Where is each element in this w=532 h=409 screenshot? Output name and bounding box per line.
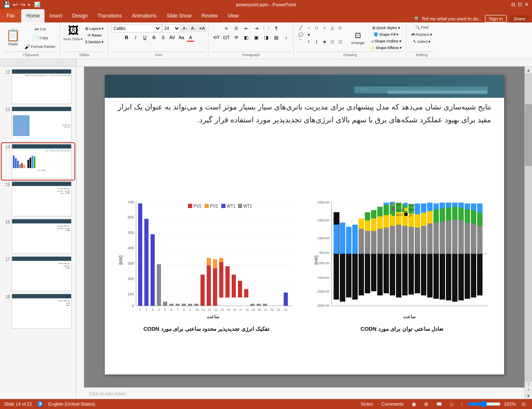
char-spacing-button[interactable]: AV (168, 33, 176, 42)
shape-line-icon[interactable]: ╱ (297, 24, 304, 31)
tab-animations[interactable]: Animations (127, 9, 161, 22)
shape-rect-icon[interactable]: □ (313, 24, 320, 31)
slide-thumb-15[interactable]: 15 متن اسلاید پانزدهمتوضیحات تجدیدپذیراط… (2, 181, 74, 217)
shape-arrow-icon[interactable]: → (305, 24, 312, 31)
scroll-track[interactable] (525, 73, 532, 382)
normal-view-btn[interactable]: ▣ (409, 401, 418, 408)
select-button[interactable]: ↖Select▾ (411, 38, 432, 45)
slide-thumb-14[interactable]: 14 نتایج شبیه‌سازی نشان می‌دهد که مدل (2, 143, 74, 180)
font-family-select[interactable]: Calibri (111, 24, 161, 32)
fit-controls[interactable]: ⊤ ⊥ (525, 382, 532, 392)
columns-button[interactable]: ⋮⋮ (262, 24, 271, 32)
section-button[interactable]: §Section▾ (84, 39, 105, 45)
align-left-button[interactable]: ◧ (242, 33, 251, 42)
tab-slideshow[interactable]: Slide Show (161, 9, 196, 22)
strikethrough-button[interactable]: S (150, 33, 158, 42)
fit-window-btn[interactable]: ⊡ (519, 401, 528, 408)
align-right-button[interactable]: ◨ (262, 33, 271, 42)
shape-hexagon-icon[interactable]: ⬡ (337, 38, 344, 45)
increase-indent-button[interactable]: ⇥ (252, 24, 261, 32)
shape-effects-button[interactable]: ✨Shape Effects▾ (369, 45, 403, 51)
quick-styles-button[interactable]: ⊞Quick Styles▾ (369, 25, 403, 31)
tell-me-input[interactable]: 🔍 Tell me what you want to do... (414, 16, 482, 22)
shape-more-icon[interactable]: ▾ (305, 31, 312, 38)
shape-bracket-icon[interactable]: { (313, 38, 320, 45)
tab-review[interactable]: Review (196, 9, 223, 22)
align-center-button[interactable]: ▣ (252, 33, 261, 42)
increase-font-btn[interactable]: A↑ (181, 25, 189, 32)
reading-view-btn[interactable]: 📖 (434, 401, 445, 408)
slide-main-text[interactable]: نتایج شبیه‌سازی نشان می‌دهد که مدل پیشنه… (117, 101, 492, 126)
bold-button[interactable]: B (122, 33, 131, 42)
shape-triangle-icon[interactable]: △ (329, 24, 336, 31)
fit-top-btn[interactable]: ⊤ (527, 383, 530, 387)
sign-in-btn[interactable]: Sign in (485, 15, 507, 22)
slide-thumb-18[interactable]: 18 متن اسلاید هجدهمخلاصهمطالب (2, 293, 74, 330)
shape-star-icon[interactable]: ★ (321, 38, 328, 45)
paste-button[interactable]: 📋 Paste (4, 24, 22, 52)
cut-button[interactable]: ✂ Cut (23, 25, 57, 33)
quick-access-toolbar[interactable]: 💾 ↩ ↪ ▾ 📊 (3, 1, 40, 8)
tab-file[interactable]: File (0, 9, 21, 22)
restore-btn[interactable]: ⊡ (518, 2, 522, 7)
scroll-up-btn[interactable]: ▲ (525, 67, 532, 73)
line-spacing-button[interactable]: ↕ (282, 33, 291, 42)
tab-view[interactable]: View (223, 9, 244, 22)
zoom-slider[interactable] (468, 402, 501, 406)
font-color-button[interactable]: A (186, 33, 195, 42)
layout-button[interactable]: ⊞Layout▾ (84, 26, 105, 32)
notes-btn[interactable]: Notes (359, 401, 376, 407)
decrease-indent-button[interactable]: ⇤ (242, 24, 251, 32)
copy-button[interactable]: 📄 Copy (23, 34, 57, 42)
new-slide-button[interactable]: 🖼 New Slide▾ (64, 24, 83, 52)
shape-pentagon-icon[interactable]: ⬠ (329, 38, 336, 45)
share-btn[interactable]: Share (510, 15, 529, 22)
shape-curve-icon[interactable]: ⌒ (297, 38, 304, 45)
font-case-button[interactable]: Aa (177, 33, 186, 42)
justify-button[interactable]: ▤ (272, 33, 281, 42)
tab-insert[interactable]: Insert (45, 9, 67, 22)
scroll-thumb[interactable] (525, 104, 532, 166)
underline-button[interactable]: U (141, 33, 149, 42)
shape-callout-icon[interactable]: 💬 (297, 31, 304, 38)
shape-diamond-icon[interactable]: ◇ (337, 24, 344, 31)
slide-canvas-container[interactable]: نتایج شبیه‌سازی نشان می‌دهد که مدل پیشنه… (84, 67, 525, 387)
convert-smartart-button[interactable]: ⟳ (232, 33, 241, 42)
numbered-list-button[interactable]: ① (232, 24, 241, 32)
find-button[interactable]: 🔍Find (413, 24, 430, 30)
shape-fill-button[interactable]: 🪣Shape Fill▾ (369, 32, 403, 37)
bullet-list-button[interactable]: ≡ (222, 24, 231, 32)
slide-thumb-12[interactable]: 12 نتایج شبیه‌سازی نشان می‌دهد که مدل پی… (2, 68, 74, 105)
slide-sorter-btn[interactable]: ⊞ (422, 401, 431, 408)
shape-oval-icon[interactable]: ○ (321, 24, 328, 31)
shape-outline-button[interactable]: ▱Shape Outline▾ (369, 38, 403, 44)
notes-area[interactable]: Click to add notes (84, 387, 525, 399)
paragraph-dialog-button[interactable]: ¶ (272, 24, 281, 32)
slide-thumb-17[interactable]: 17 متن اسلاید هفدهمنتیجه‌گیریمطالب (2, 255, 74, 292)
tab-design[interactable]: Design (67, 9, 92, 22)
font-size-select[interactable]: 24 (162, 24, 181, 32)
minimize-btn[interactable]: ⊟ (511, 2, 515, 7)
right-scrollbar[interactable]: ▲ ⊤ ⊥ ▼ (525, 67, 532, 399)
slide-thumb-16[interactable]: 16 متن اسلاید شانزدهمتوضیحات شبکه برقاطل… (2, 218, 74, 255)
close-btn[interactable]: ✕ (525, 2, 529, 7)
text-shadow-button[interactable]: S (159, 33, 167, 42)
notes-placeholder[interactable]: Click to add notes (89, 391, 125, 396)
fit-bottom-btn[interactable]: ⊥ (527, 387, 530, 392)
tab-transitions[interactable]: Transitions (93, 9, 127, 22)
slide-show-btn[interactable]: ▷ (448, 401, 456, 408)
reset-button[interactable]: ↺Reset (84, 32, 105, 38)
italic-button[interactable]: I (131, 33, 140, 42)
shape-freeform-icon[interactable]: ⌇ (305, 38, 312, 45)
text-direction-button[interactable]: ⟲T (212, 33, 221, 42)
align-text-button[interactable]: ⊡T (222, 33, 231, 42)
tab-home[interactable]: Home (21, 9, 45, 22)
decrease-font-btn[interactable]: A↓ (190, 25, 197, 32)
slide-thumb-13[interactable]: 13 متن توضیحیتجدیدپذیر (2, 106, 74, 142)
replace-button[interactable]: ⇄Replace▾ (410, 31, 434, 37)
format-painter-button[interactable]: 🖌 Format Painter (23, 43, 57, 51)
arrange-button[interactable]: ⊡ Arrange (349, 24, 367, 52)
window-controls[interactable]: ⊟ ⊡ ✕ (511, 2, 529, 7)
comments-btn[interactable]: Comments (379, 401, 406, 407)
clear-format-btn[interactable]: ✕A (198, 25, 205, 32)
